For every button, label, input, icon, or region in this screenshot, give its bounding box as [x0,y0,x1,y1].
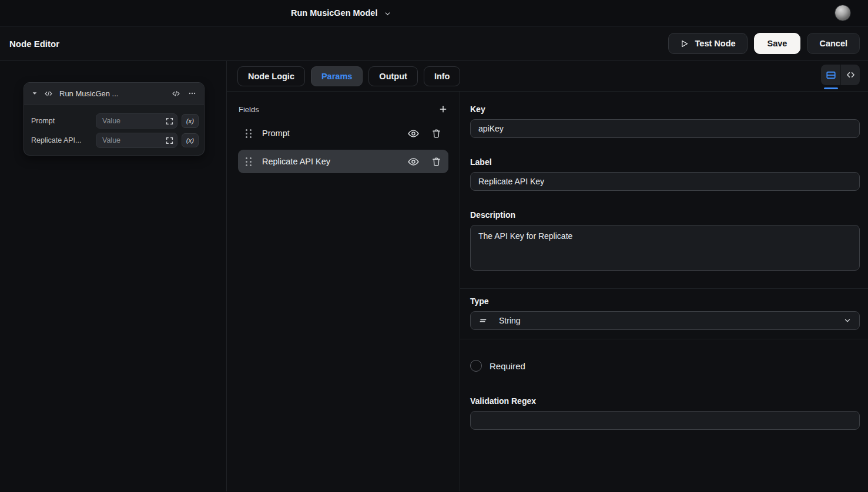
code-icon [45,90,52,97]
required-label: Required [490,361,525,371]
more-options-icon[interactable] [188,89,196,97]
type-group: Type String [470,296,860,330]
header-actions: Test Node Save Cancel [668,33,860,54]
node-card[interactable]: Run MusicGen ... Prompt Value [24,82,205,156]
test-node-button[interactable]: Test Node [668,33,748,54]
editor-header: Node Editor Test Node Save Cancel [0,26,868,61]
fields-title: Fields [239,105,259,114]
label-label: Label [470,157,860,167]
drag-handle-icon[interactable] [246,157,252,166]
node-param-label: Prompt [31,117,96,125]
node-card-header-actions [172,89,196,97]
delete-trash-icon[interactable] [431,157,441,167]
key-group: Key [470,105,860,138]
type-select[interactable]: String [470,311,860,330]
layout-rows-icon [826,70,836,80]
drag-handle-icon[interactable] [246,129,252,138]
node-param-row: Replicate API... Value (x) [31,133,197,148]
top-bar: Run MusicGen Model [0,0,868,26]
node-card-title: Run MusicGen ... [59,89,165,98]
field-item-prompt[interactable]: Prompt [238,122,448,145]
fields-list: Prompt Replicate API Key [238,122,448,173]
validation-regex-label: Validation Regex [470,396,860,406]
node-card-header: Run MusicGen ... [24,83,204,105]
field-item-label: Prompt [262,129,290,138]
validation-regex-group: Validation Regex [470,396,860,430]
add-field-button[interactable] [438,105,448,114]
tab-output[interactable]: Output [368,66,418,86]
expand-icon[interactable] [166,117,173,125]
tabs-row: Node Logic Params Output Info [227,61,868,92]
section-divider [460,288,868,289]
label-group: Label [470,157,860,191]
node-param-row: Prompt Value (x) [31,113,197,129]
node-card-body: Prompt Value (x) Replicate API... Value [24,105,204,155]
node-param-label: Replicate API... [31,136,96,144]
description-group: Description The API Key for Replicate [470,210,860,273]
code-view-button[interactable] [840,65,860,85]
user-avatar[interactable] [835,5,851,21]
visibility-eye-icon[interactable] [408,128,419,139]
key-input[interactable] [470,119,860,138]
fx-variable-button[interactable]: (x) [182,114,199,128]
save-button[interactable]: Save [754,33,801,54]
required-radio[interactable] [470,360,482,372]
view-mode-toggle [821,65,860,85]
description-textarea[interactable]: The API Key for Replicate [470,225,860,271]
editor-workspace: Node Logic Params Output Info [227,61,868,491]
fields-header: Fields [238,105,448,114]
value-input[interactable]: Value [96,133,177,148]
required-group: Required [470,360,860,372]
value-input[interactable]: Value [96,113,177,129]
tab-params[interactable]: Params [311,66,363,86]
fields-panel: Fields Prompt [227,92,460,491]
workflow-title: Run MusicGen Model [291,8,377,18]
collapse-chevron-icon[interactable] [32,90,38,96]
delete-trash-icon[interactable] [431,129,441,139]
tab-node-logic[interactable]: Node Logic [237,66,305,86]
field-detail-form: Key Label Description The API Key for Re… [460,92,868,491]
page-title: Node Editor [9,39,59,49]
field-item-replicate-api-key[interactable]: Replicate API Key [238,150,448,173]
visibility-eye-icon[interactable] [408,156,419,167]
active-view-indicator [824,87,838,89]
type-label: Type [470,296,860,306]
type-select-value: String [499,316,843,325]
description-label: Description [470,210,860,220]
field-item-label: Replicate API Key [262,157,330,166]
main-area: Run MusicGen ... Prompt Value [0,61,868,491]
tab-info[interactable]: Info [424,66,461,86]
params-content: Fields Prompt [227,92,868,491]
chevron-down-icon [843,316,852,325]
play-icon [680,39,689,48]
panel-view-button[interactable] [821,65,840,85]
chevron-down-icon [384,10,391,18]
workflow-title-dropdown[interactable]: Run MusicGen Model [291,0,391,26]
label-input[interactable] [470,172,860,191]
string-type-icon [478,316,488,325]
validation-regex-input[interactable] [470,411,860,430]
cancel-button[interactable]: Cancel [807,33,860,54]
value-placeholder: Value [102,117,166,125]
fx-variable-button[interactable]: (x) [182,133,199,147]
key-label: Key [470,105,860,114]
angle-brackets-icon [846,70,856,80]
value-placeholder: Value [102,136,166,144]
test-node-label: Test Node [695,39,736,48]
code-icon[interactable] [172,90,180,97]
node-canvas[interactable]: Run MusicGen ... Prompt Value [0,61,227,491]
expand-icon[interactable] [166,137,173,144]
section-divider [460,339,868,339]
